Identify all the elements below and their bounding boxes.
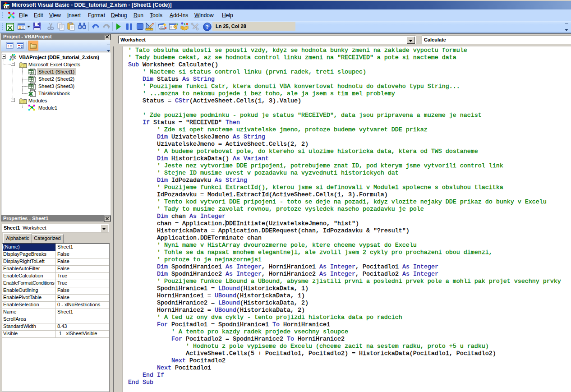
svg-text:?: ? (206, 23, 209, 30)
